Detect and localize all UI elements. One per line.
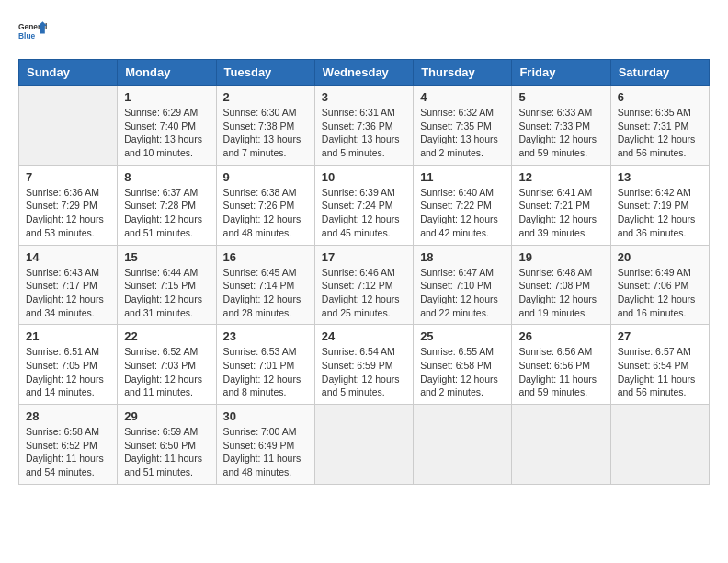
- sunset-text: Sunset: 7:03 PM: [124, 360, 196, 371]
- date-number: 10: [322, 170, 406, 184]
- date-number: 15: [124, 250, 209, 264]
- sunset-text: Sunset: 7:29 PM: [26, 200, 97, 211]
- cell-info: Sunrise: 6:45 AMSunset: 7:14 PMDaylight:…: [223, 266, 308, 320]
- daylight-text: Daylight: 12 hours: [124, 213, 202, 224]
- sunrise-text: Sunrise: 6:45 AM: [223, 267, 297, 278]
- sunrise-text: Sunrise: 6:58 AM: [26, 426, 99, 437]
- daylight-text: and 8 minutes.: [223, 386, 287, 397]
- calendar-cell: 5Sunrise: 6:33 AMSunset: 7:33 PMDaylight…: [512, 86, 610, 166]
- sunrise-text: Sunrise: 6:52 AM: [124, 346, 198, 357]
- calendar-cell: 14Sunrise: 6:43 AMSunset: 7:17 PMDayligh…: [19, 245, 118, 325]
- sunset-text: Sunset: 7:06 PM: [618, 280, 689, 291]
- cell-info: Sunrise: 6:51 AMSunset: 7:05 PMDaylight:…: [26, 345, 110, 399]
- daylight-text: and 59 minutes.: [518, 386, 587, 397]
- calendar-cell: 12Sunrise: 6:41 AMSunset: 7:21 PMDayligh…: [512, 165, 610, 245]
- daylight-text: and 45 minutes.: [322, 227, 391, 238]
- cell-info: Sunrise: 6:36 AMSunset: 7:29 PMDaylight:…: [26, 186, 110, 240]
- daylight-text: and 22 minutes.: [420, 307, 489, 318]
- cell-info: Sunrise: 6:38 AMSunset: 7:26 PMDaylight:…: [223, 186, 308, 240]
- date-number: 27: [618, 329, 702, 343]
- cell-info: Sunrise: 6:30 AMSunset: 7:38 PMDaylight:…: [223, 106, 308, 160]
- date-number: 22: [124, 329, 209, 343]
- daylight-text: and 53 minutes.: [26, 227, 95, 238]
- daylight-text: and 56 minutes.: [618, 147, 687, 158]
- cell-info: Sunrise: 6:43 AMSunset: 7:17 PMDaylight:…: [26, 266, 110, 320]
- date-number: 24: [322, 329, 406, 343]
- date-number: 25: [420, 329, 505, 343]
- date-number: 1: [124, 90, 209, 104]
- sunset-text: Sunset: 7:10 PM: [420, 280, 492, 291]
- calendar-cell: 15Sunrise: 6:44 AMSunset: 7:15 PMDayligh…: [118, 245, 216, 325]
- daylight-text: Daylight: 12 hours: [223, 213, 301, 224]
- calendar-cell: 21Sunrise: 6:51 AMSunset: 7:05 PMDayligh…: [19, 325, 118, 405]
- daylight-text: and 7 minutes.: [223, 147, 287, 158]
- daylight-text: Daylight: 13 hours: [420, 133, 498, 144]
- sunrise-text: Sunrise: 6:48 AM: [518, 267, 592, 278]
- day-header-thursday: Thursday: [414, 60, 512, 86]
- cell-info: Sunrise: 6:57 AMSunset: 6:54 PMDaylight:…: [618, 345, 702, 399]
- daylight-text: and 5 minutes.: [322, 386, 385, 397]
- sunset-text: Sunset: 7:33 PM: [518, 121, 590, 132]
- day-header-sunday: Sunday: [19, 60, 118, 86]
- daylight-text: Daylight: 12 hours: [618, 213, 696, 224]
- cell-info: Sunrise: 6:35 AMSunset: 7:31 PMDaylight:…: [618, 106, 702, 160]
- sunrise-text: Sunrise: 6:33 AM: [518, 107, 592, 118]
- calendar-cell: 1Sunrise: 6:29 AMSunset: 7:40 PMDaylight…: [118, 86, 216, 166]
- daylight-text: Daylight: 12 hours: [618, 293, 696, 304]
- sunrise-text: Sunrise: 6:44 AM: [124, 267, 198, 278]
- sunset-text: Sunset: 7:28 PM: [124, 200, 196, 211]
- daylight-text: Daylight: 13 hours: [223, 133, 301, 144]
- daylight-text: Daylight: 12 hours: [518, 213, 597, 224]
- daylight-text: and 48 minutes.: [223, 227, 292, 238]
- daylight-text: Daylight: 12 hours: [420, 373, 498, 385]
- sunset-text: Sunset: 7:24 PM: [322, 200, 393, 211]
- sunrise-text: Sunrise: 6:57 AM: [618, 346, 691, 357]
- daylight-text: Daylight: 12 hours: [518, 293, 597, 304]
- sunrise-text: Sunrise: 6:29 AM: [124, 107, 198, 118]
- calendar-table: SundayMondayTuesdayWednesdayThursdayFrid…: [18, 59, 710, 485]
- date-number: 18: [420, 250, 505, 264]
- sunrise-text: Sunrise: 6:59 AM: [124, 426, 198, 437]
- logo-svg: General Blue: [18, 15, 51, 48]
- calendar-week-4: 21Sunrise: 6:51 AMSunset: 7:05 PMDayligh…: [19, 325, 710, 405]
- day-header-wednesday: Wednesday: [314, 60, 413, 86]
- calendar-cell: 28Sunrise: 6:58 AMSunset: 6:52 PMDayligh…: [19, 405, 118, 485]
- cell-info: Sunrise: 6:33 AMSunset: 7:33 PMDaylight:…: [518, 106, 603, 160]
- daylight-text: and 39 minutes.: [518, 227, 587, 238]
- calendar-cell: 16Sunrise: 6:45 AMSunset: 7:14 PMDayligh…: [216, 245, 314, 325]
- cell-info: Sunrise: 6:39 AMSunset: 7:24 PMDaylight:…: [322, 186, 406, 240]
- date-number: 11: [420, 170, 505, 184]
- cell-info: Sunrise: 6:59 AMSunset: 6:50 PMDaylight:…: [124, 425, 209, 479]
- sunset-text: Sunset: 7:35 PM: [420, 121, 492, 132]
- date-number: 17: [322, 250, 406, 264]
- calendar-cell: [610, 405, 709, 485]
- date-number: 28: [26, 409, 110, 423]
- date-number: 4: [420, 90, 505, 104]
- calendar-week-3: 14Sunrise: 6:43 AMSunset: 7:17 PMDayligh…: [19, 245, 710, 325]
- daylight-text: and 48 minutes.: [223, 466, 292, 477]
- sunset-text: Sunset: 7:17 PM: [26, 280, 97, 291]
- cell-info: Sunrise: 6:42 AMSunset: 7:19 PMDaylight:…: [618, 186, 702, 240]
- date-number: 6: [618, 90, 702, 104]
- sunrise-text: Sunrise: 6:54 AM: [322, 346, 395, 357]
- daylight-text: Daylight: 12 hours: [618, 133, 696, 144]
- daylight-text: and 28 minutes.: [223, 307, 292, 318]
- sunset-text: Sunset: 6:58 PM: [420, 360, 492, 371]
- date-number: 3: [322, 90, 406, 104]
- daylight-text: Daylight: 12 hours: [518, 133, 597, 144]
- date-number: 5: [518, 90, 603, 104]
- calendar-cell: 7Sunrise: 6:36 AMSunset: 7:29 PMDaylight…: [19, 165, 118, 245]
- date-number: 16: [223, 250, 308, 264]
- calendar-cell: 19Sunrise: 6:48 AMSunset: 7:08 PMDayligh…: [512, 245, 610, 325]
- daylight-text: and 11 minutes.: [124, 386, 193, 397]
- sunrise-text: Sunrise: 6:35 AM: [618, 107, 691, 118]
- daylight-text: Daylight: 12 hours: [322, 213, 400, 224]
- calendar-week-2: 7Sunrise: 6:36 AMSunset: 7:29 PMDaylight…: [19, 165, 710, 245]
- sunrise-text: Sunrise: 6:51 AM: [26, 346, 99, 357]
- daylight-text: and 54 minutes.: [26, 466, 95, 477]
- daylight-text: Daylight: 12 hours: [420, 293, 498, 304]
- cell-info: Sunrise: 6:49 AMSunset: 7:06 PMDaylight:…: [618, 266, 702, 320]
- calendar-cell: 24Sunrise: 6:54 AMSunset: 6:59 PMDayligh…: [314, 325, 413, 405]
- date-number: 23: [223, 329, 308, 343]
- sunrise-text: Sunrise: 6:37 AM: [124, 187, 198, 198]
